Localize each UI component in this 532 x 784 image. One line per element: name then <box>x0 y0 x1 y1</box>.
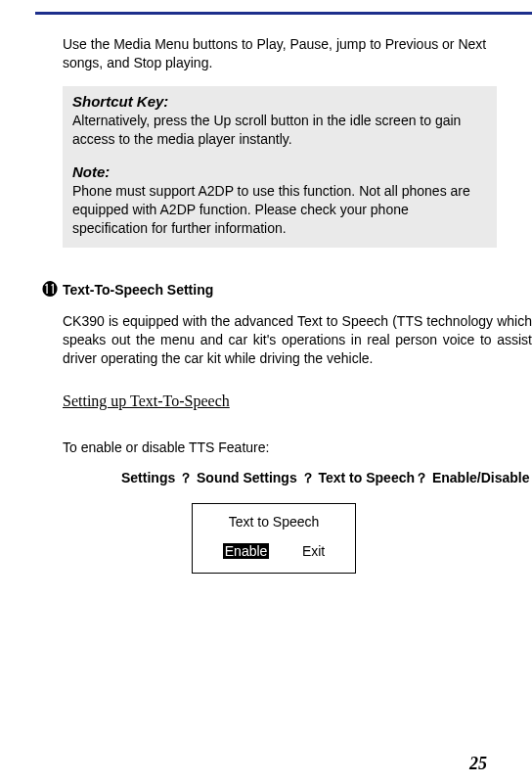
shortcut-text: Alternatively, press the Up scroll butto… <box>72 112 487 149</box>
device-title: Text to Speech <box>193 514 355 530</box>
shortcut-heading: Shortcut Key: <box>72 92 487 112</box>
device-button-row: Enable Exit <box>193 543 355 559</box>
setup-subheading: Setting up Text-To-Speech <box>63 392 532 410</box>
tts-paragraph: CK390 is equipped with the advanced Text… <box>63 312 532 368</box>
section-heading-row: ⓫ Text-To-Speech Setting <box>37 281 532 299</box>
path-sep: ？ <box>179 470 193 485</box>
path-sep2: ？ <box>301 470 315 485</box>
menu-path: Settings ？ Sound Settings ？ Text to Spee… <box>121 469 532 487</box>
enable-button[interactable]: Enable <box>223 543 270 559</box>
info-box: Shortcut Key: Alternatively, press the U… <box>63 86 497 248</box>
exit-button[interactable]: Exit <box>302 543 325 559</box>
path-settings: Settings <box>121 470 175 485</box>
device-screen: Text to Speech Enable Exit <box>192 503 356 574</box>
intro-paragraph: Use the Media Menu buttons to Play, Paus… <box>63 35 503 72</box>
page-number: 25 <box>469 754 487 774</box>
bullet-icon: ⓫ <box>37 281 63 299</box>
path-enable-disable: Enable/Disable <box>432 470 530 485</box>
enable-intro: To enable or disable TTS Feature: <box>63 439 532 455</box>
note-text: Phone must support A2DP to use this func… <box>72 182 487 238</box>
path-text-to-speech: Text to Speech <box>318 470 415 485</box>
path-sep3: ？ <box>415 470 428 485</box>
path-sound-settings: Sound Settings <box>197 470 297 485</box>
note-heading: Note: <box>72 162 487 182</box>
tts-heading: Text-To-Speech Setting <box>63 282 213 298</box>
page-content: Use the Media Menu buttons to Play, Paus… <box>0 0 532 574</box>
header-rule <box>35 12 532 15</box>
